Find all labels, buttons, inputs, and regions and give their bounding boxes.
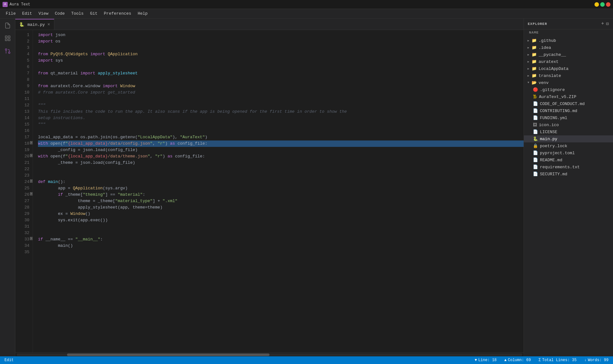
fold-33[interactable]: − <box>30 237 33 240</box>
poetry-lock-file-icon: 🔒 <box>533 143 538 148</box>
ln-2: 2 <box>15 38 29 45</box>
code-line-31 <box>38 224 524 230</box>
tree-item-contributing[interactable]: 📄 CONTRIBUTING.md <box>524 107 613 114</box>
status-right: ▼ Line: 18 ▲ Column: 69 Σ Total Lines: 3… <box>473 358 610 362</box>
extensions-icon[interactable] <box>4 34 11 42</box>
collapse-all-button[interactable]: ⊟ <box>606 21 609 27</box>
editor-area: 🐍 main.py × 1 2 3 4 5 6 7 8 9 10 11 12 1… <box>15 19 524 356</box>
column-label: Column: 69 <box>508 358 531 362</box>
tree-item-poetry-lock[interactable]: 🔒 poetry.lock <box>524 142 613 149</box>
menu-code[interactable]: Code <box>52 10 68 17</box>
funding-label: FUNDING.yml <box>540 116 567 120</box>
svg-point-5 <box>5 49 7 50</box>
horizontal-scrollbar[interactable] <box>15 353 524 356</box>
menu-edit[interactable]: Edit <box>19 10 35 17</box>
tree-item-github[interactable]: 📁 .github <box>524 37 613 44</box>
main-container: 🐍 main.py × 1 2 3 4 5 6 7 8 9 10 11 12 1… <box>0 19 613 356</box>
code-line-18: with open(f"{local_app_data}/data/config… <box>38 140 524 147</box>
code-line-7: from qt_material import apply_stylesheet <box>38 70 524 77</box>
status-total-lines[interactable]: Σ Total Lines: 35 <box>537 358 578 362</box>
code-line-9: from auratext.Core.window import Window <box>38 83 524 89</box>
sidebar-header: Explorer + ⊟ <box>524 19 613 29</box>
editor-content[interactable]: 1 2 3 4 5 6 7 8 9 10 11 12 13 14 15 16 1… <box>15 30 524 353</box>
new-file-button[interactable]: + <box>601 21 604 27</box>
status-line[interactable]: ▼ Line: 18 <box>473 358 498 362</box>
tree-item-localappdata[interactable]: 📁 LocalAppData <box>524 65 613 72</box>
tab-main-py[interactable]: 🐍 main.py × <box>15 19 54 30</box>
tree-item-pyproject[interactable]: 📄 pyproject.toml <box>524 149 613 156</box>
ln-10: 10 <box>15 89 29 96</box>
line-icon: ▼ <box>475 358 477 362</box>
tree-item-code-of-conduct[interactable]: 📄 CODE_OF_CONDUCT.md <box>524 100 613 107</box>
code-line-3 <box>38 45 524 51</box>
menu-bar: File Edit View Code Tools Git Preference… <box>0 9 613 19</box>
code-line-21: _theme = json.load(config_file) <box>38 160 524 166</box>
minimize-button[interactable] <box>594 2 599 7</box>
close-button[interactable] <box>606 2 610 7</box>
status-column[interactable]: ▲ Column: 69 <box>503 358 532 362</box>
gitignore-file-icon: 🔴 <box>533 87 538 92</box>
tree-item-gitignore[interactable]: 🔴 .gitignore <box>524 86 613 93</box>
main-py-file-icon: 🐍 <box>533 136 538 141</box>
venv-arrow <box>526 81 530 85</box>
ln-17: 17 <box>15 134 29 140</box>
menu-view[interactable]: View <box>35 10 51 17</box>
pycache-arrow <box>526 53 530 57</box>
ln-12: 12 <box>15 102 29 109</box>
tree-item-idea[interactable]: 📁 .idea <box>524 44 613 51</box>
tree-item-license[interactable]: 📄 LICENSE <box>524 128 613 135</box>
h-scroll-thumb[interactable] <box>67 353 269 356</box>
pyproject-file-icon: 📄 <box>533 150 538 155</box>
code-line-34: main() <box>38 243 524 249</box>
main-py-label: main.py <box>540 137 557 141</box>
translate-arrow <box>526 74 530 78</box>
source-control-icon[interactable] <box>4 47 11 55</box>
fold-24[interactable]: − <box>30 179 33 183</box>
fold-26[interactable]: − <box>30 192 33 195</box>
h-scroll-track <box>17 353 522 356</box>
tab-close-button[interactable]: × <box>48 22 50 27</box>
gitignore-label: .gitignore <box>540 87 565 92</box>
ln-9: 9 <box>15 83 29 89</box>
fold-20[interactable]: − <box>30 154 33 157</box>
tree-item-icon[interactable]: 🖼 icon.ico <box>524 121 613 128</box>
svg-rect-2 <box>8 39 10 41</box>
menu-tools[interactable]: Tools <box>68 10 87 17</box>
maximize-button[interactable] <box>600 2 605 7</box>
files-icon[interactable] <box>4 22 11 29</box>
svg-rect-3 <box>5 39 7 41</box>
tree-item-auratext[interactable]: 📁 auratext <box>524 58 613 65</box>
requirements-label: requirements.txt <box>540 165 580 170</box>
menu-file[interactable]: File <box>3 10 19 17</box>
ln-7: 7 <box>15 70 29 77</box>
explorer-sidebar: Explorer + ⊟ Name 📁 .github 📁 .idea <box>524 19 613 356</box>
menu-help[interactable]: Help <box>134 10 151 17</box>
status-edit-mode[interactable]: Edit <box>3 358 15 362</box>
contributing-file-icon: 📄 <box>533 108 538 113</box>
menu-preferences[interactable]: Preferences <box>101 10 134 17</box>
tree-item-requirements[interactable]: 📄 requirements.txt <box>524 163 613 171</box>
code-editor[interactable]: import json import os from PyQt6.QtWidge… <box>33 30 524 353</box>
tree-item-funding[interactable]: 📄 FUNDING.yml <box>524 114 613 121</box>
code-line-26: if _theme["theming"] == "material": <box>38 192 524 198</box>
code-line-22 <box>38 166 524 172</box>
tree-item-security[interactable]: 📄 SECURITY.md <box>524 171 613 178</box>
status-words[interactable]: ↓ Words: 99 <box>583 358 610 362</box>
code-line-4: from PyQt6.QtWidgets import QApplication <box>38 51 524 57</box>
readme-label: README.md <box>540 158 562 163</box>
security-label: SECURITY.md <box>540 172 567 177</box>
tree-item-venv[interactable]: 📂 venv <box>524 79 613 86</box>
code-line-23 <box>38 172 524 179</box>
code-line-6 <box>38 64 524 70</box>
menu-git[interactable]: Git <box>87 10 101 17</box>
tree-item-readme[interactable]: 📄 README.md <box>524 156 613 163</box>
tree-item-zip[interactable]: 🗜 AuraText_v5.ZIP <box>524 93 613 100</box>
code-of-conduct-label: CODE_OF_CONDUCT.md <box>540 102 585 106</box>
ln-1: 1 <box>15 32 29 38</box>
license-label: LICENSE <box>540 130 557 134</box>
idea-folder-icon: 📁 <box>532 45 537 50</box>
tree-item-main-py[interactable]: 🐍 main.py <box>524 135 613 142</box>
tree-item-pycache[interactable]: 📁 __pycache__ <box>524 51 613 58</box>
fold-18[interactable]: − <box>30 141 33 144</box>
tree-item-translate[interactable]: 📁 translate <box>524 72 613 79</box>
